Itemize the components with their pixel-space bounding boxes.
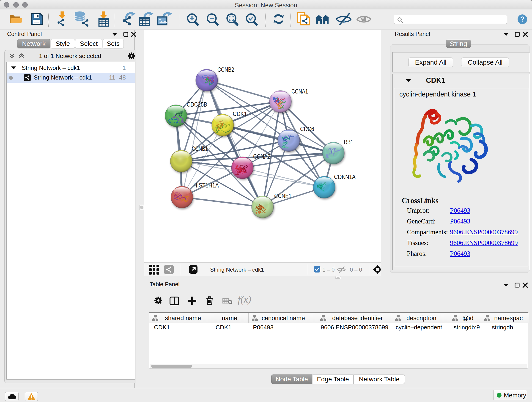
svg-text:CCNA2: CCNA2 <box>253 153 270 160</box>
svg-text:CCNE1: CCNE1 <box>274 192 291 199</box>
svg-text:CCNB2: CCNB2 <box>217 66 234 73</box>
svg-text:CCNB1: CCNB1 <box>192 145 208 152</box>
svg-text:RB1: RB1 <box>344 138 353 146</box>
svg-text:HIST1H1A: HIST1H1A <box>193 182 219 189</box>
svg-text:CDKN1A: CDKN1A <box>334 173 355 180</box>
svg-text:CDC6: CDC6 <box>300 125 314 133</box>
svg-text:CDK1: CDK1 <box>233 110 247 117</box>
svg-text:CCNA1: CCNA1 <box>291 88 308 95</box>
svg-text:CDC25B: CDC25B <box>187 101 207 108</box>
